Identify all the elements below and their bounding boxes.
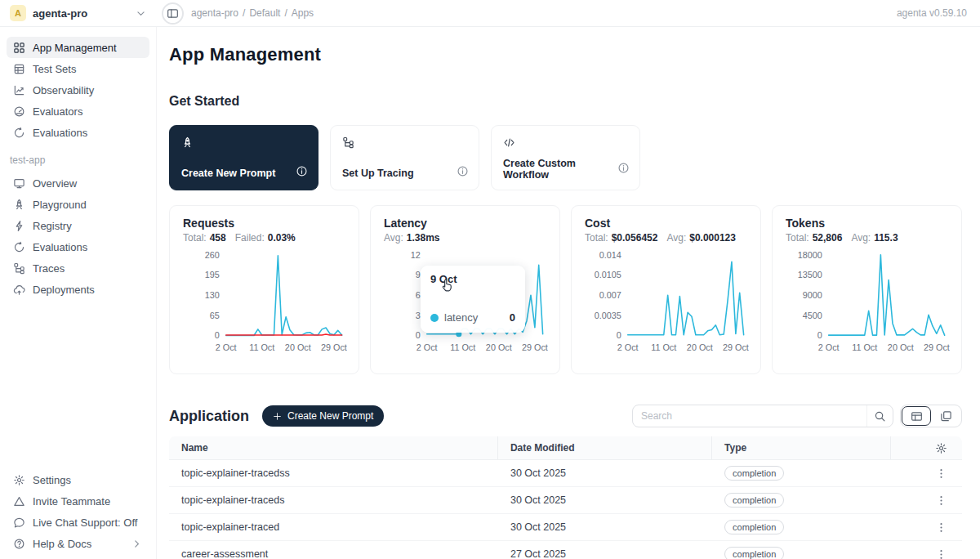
sidebar-item-overview[interactable]: Overview xyxy=(7,172,149,194)
sidebar-item-deployments[interactable]: Deployments xyxy=(7,279,149,300)
svg-text:20 Oct: 20 Oct xyxy=(486,342,512,352)
sidebar-item-invite-teammate[interactable]: Invite Teammate xyxy=(7,490,149,512)
sidebar-item-label: Help & Docs xyxy=(33,538,91,550)
svg-text:0: 0 xyxy=(416,330,421,340)
cloud-upload-icon xyxy=(13,284,25,296)
sidebar-item-label: Test Sets xyxy=(33,63,76,75)
svg-text:0.0035: 0.0035 xyxy=(595,311,621,320)
invite-icon xyxy=(13,495,25,508)
info-icon xyxy=(617,162,630,174)
row-actions-button[interactable] xyxy=(935,548,947,559)
sidebar-section-label-test-app: test-app xyxy=(7,143,149,172)
svg-text:0.007: 0.007 xyxy=(599,290,621,300)
sidebar-item-test-sets[interactable]: Test Sets xyxy=(7,58,149,79)
get-started-card-create-new-prompt[interactable]: Create New Prompt xyxy=(169,125,318,190)
table-view-button[interactable] xyxy=(902,406,931,426)
info-icon-button[interactable] xyxy=(457,165,469,181)
tooltip-series-row: latency 0 xyxy=(430,311,515,325)
sidebar-item-app-management[interactable]: App Management xyxy=(7,37,149,58)
svg-text:195: 195 xyxy=(205,270,220,280)
svg-text:2 Oct: 2 Oct xyxy=(617,342,639,352)
date-modified: 30 Oct 2025 xyxy=(510,467,566,479)
get-started-card-create-custom-workflow[interactable]: Create Custom Workflow xyxy=(491,125,640,190)
sidebar-item-help-docs[interactable]: Help & Docs xyxy=(7,533,149,554)
info-icon xyxy=(296,165,308,177)
sidebar-item-label: Traces xyxy=(33,262,65,275)
chart-plot-requests[interactable]: 0651301952602 Oct11 Oct20 Oct29 Oct xyxy=(183,248,345,361)
column-header-date-modified: Date Modified xyxy=(510,442,575,454)
type-badge: completion xyxy=(724,466,784,481)
breadcrumb-item-default[interactable]: Default xyxy=(249,7,280,19)
type-badge: completion xyxy=(724,493,784,508)
svg-text:11 Oct: 11 Oct xyxy=(852,342,877,352)
stat-value: $0.056452 xyxy=(612,232,658,244)
sidebar-item-traces[interactable]: Traces xyxy=(7,257,149,279)
sidebar-item-observability[interactable]: Observability xyxy=(7,79,149,101)
info-icon-button[interactable] xyxy=(617,162,630,177)
stat-label: Total: xyxy=(786,232,809,244)
sidebar-item-evaluators[interactable]: Evaluators xyxy=(7,101,149,122)
get-started-card-set-up-tracing[interactable]: Set Up Tracing xyxy=(330,125,479,190)
refresh-icon xyxy=(13,127,25,139)
table-row-topic-explainer-traced[interactable]: topic-explainer-traced30 Oct 2025complet… xyxy=(169,514,962,541)
sidebar-toggle-button[interactable] xyxy=(162,2,184,25)
lightning-icon xyxy=(13,220,25,232)
workspace-selector[interactable]: A agenta-pro xyxy=(0,0,157,26)
svg-text:20 Oct: 20 Oct xyxy=(285,342,311,352)
stat-label: Total: xyxy=(585,232,608,244)
create-new-prompt-button[interactable]: Create New Prompt xyxy=(262,405,384,427)
breadcrumb-item-agenta-pro[interactable]: agenta-pro xyxy=(191,7,238,19)
table-header: NameDate ModifiedType xyxy=(169,436,962,460)
gallery-view-button[interactable] xyxy=(931,406,960,426)
svg-text:3: 3 xyxy=(416,311,421,320)
table-row-topic-explainer-traceds[interactable]: topic-explainer-traceds30 Oct 2025comple… xyxy=(169,487,962,514)
svg-text:11 Oct: 11 Oct xyxy=(450,342,475,352)
svg-text:260: 260 xyxy=(205,250,220,260)
stat-label: Avg: xyxy=(666,232,686,244)
sidebar-item-playground[interactable]: Playground xyxy=(7,194,149,215)
gear-icon xyxy=(13,474,25,486)
breadcrumb-item-apps[interactable]: Apps xyxy=(292,7,314,19)
tooltip-series-label: latency xyxy=(444,311,478,324)
app-name: career-assessment xyxy=(181,548,268,559)
stat-label: Failed: xyxy=(235,232,265,244)
sidebar-item-settings[interactable]: Settings xyxy=(7,469,149,490)
gallery-view-icon xyxy=(940,410,952,423)
get-started-card-label: Create Custom Workflow xyxy=(503,158,617,181)
table-settings-icon[interactable] xyxy=(935,442,947,454)
svg-text:2 Oct: 2 Oct xyxy=(818,342,840,352)
breadcrumb: agenta-pro/Default/Apps xyxy=(191,7,314,19)
svg-text:20 Oct: 20 Oct xyxy=(888,342,914,352)
chat-icon xyxy=(13,517,25,529)
application-header: Application Create New Prompt xyxy=(169,405,962,427)
sidebar-item-evaluations[interactable]: Evaluations xyxy=(7,236,149,257)
series-dot-icon xyxy=(430,314,439,322)
table-row-topic-explainer-tracedss[interactable]: topic-explainer-tracedss30 Oct 2025compl… xyxy=(169,460,962,487)
table-row-career-assessment[interactable]: career-assessment27 Oct 2025completion xyxy=(169,541,962,559)
get-started-heading: Get Started xyxy=(169,94,962,109)
svg-text:29 Oct: 29 Oct xyxy=(924,342,950,352)
sidebar-item-label: Evaluators xyxy=(33,105,82,118)
info-icon-button[interactable] xyxy=(296,165,308,181)
get-started-cards: Create New PromptSet Up TracingCreate Cu… xyxy=(169,125,962,190)
search-button[interactable] xyxy=(866,405,893,427)
sidebar-item-live-chat-support-off[interactable]: Live Chat Support: Off xyxy=(7,512,149,533)
row-actions-button[interactable] xyxy=(935,521,947,534)
row-actions-button[interactable] xyxy=(935,467,947,480)
chart-plot-tokens[interactable]: 04500900013500180002 Oct11 Oct20 Oct29 O… xyxy=(786,248,948,361)
get-started-card-label: Create New Prompt xyxy=(181,168,275,179)
sidebar-item-label: Settings xyxy=(33,474,71,486)
chart-plot-cost[interactable]: 00.00350.0070.01050.0142 Oct11 Oct20 Oct… xyxy=(585,248,747,361)
row-actions-button[interactable] xyxy=(935,494,947,507)
app-version: agenta v0.59.10 xyxy=(897,7,980,19)
svg-text:20 Oct: 20 Oct xyxy=(687,342,713,352)
view-toggle xyxy=(900,405,962,427)
sidebar-item-registry[interactable]: Registry xyxy=(7,215,149,236)
stat-value: $0.000123 xyxy=(689,232,736,244)
chart-card-requests: RequestsTotal:458Failed:0.03%06513019526… xyxy=(169,205,359,374)
sidebar-item-label: Invite Teammate xyxy=(33,495,110,508)
sidebar-item-evaluations[interactable]: Evaluations xyxy=(7,122,149,143)
test-sets-icon xyxy=(13,63,25,75)
search-input[interactable] xyxy=(633,410,866,422)
svg-text:11 Oct: 11 Oct xyxy=(651,342,676,352)
